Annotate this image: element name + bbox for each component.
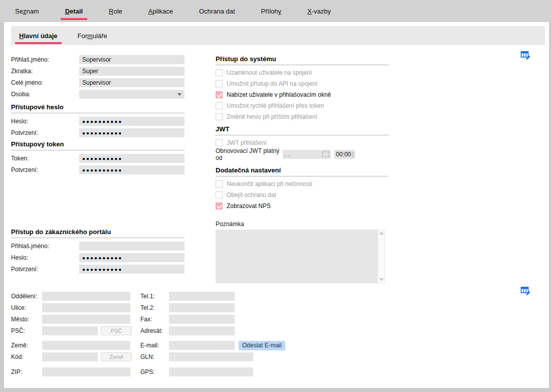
tab-x-vazby[interactable]: X-vazby <box>307 0 331 22</box>
portal-login-input[interactable] <box>79 242 185 251</box>
street-label: Ulice: <box>11 304 42 311</box>
spinner-up-icon[interactable] <box>351 151 355 154</box>
password-label: Heslo: <box>11 118 79 125</box>
portal-password-label: Heslo: <box>11 254 79 261</box>
portal-confirm-label: Potvrzení: <box>11 266 79 273</box>
system-access-section: Přístup do systému Uzamknout uživatele n… <box>216 55 389 124</box>
checkbox-zobrazovat-nps[interactable]: Zobrazovat NPS <box>216 202 389 210</box>
country-input[interactable] <box>42 341 130 350</box>
note-textarea[interactable] <box>216 230 385 283</box>
portal-login-label: Přihlaš.jméno: <box>11 243 79 250</box>
tel2-label: Tel.2: <box>140 304 169 311</box>
fullname-label: Celé jméno: <box>11 79 79 86</box>
tel2-input[interactable] <box>169 303 235 312</box>
tab-aplikace[interactable]: Aplikace <box>148 0 173 22</box>
subtab-formulare[interactable]: Formuláře <box>78 26 107 45</box>
checkbox-icon[interactable] <box>216 180 223 187</box>
note-label: Poznámka <box>216 221 389 228</box>
department-input[interactable] <box>42 292 130 301</box>
psc-button[interactable]: PSČ <box>101 326 132 335</box>
chevron-down-icon[interactable] <box>177 93 181 96</box>
checkbox-neukoncit-aplikaci[interactable]: Neukončit aplikaci při nečinnosti <box>216 180 389 187</box>
checkbox-jwt-prihlaseni[interactable]: JWT přihlášení <box>216 139 389 146</box>
password-confirm-input[interactable]: ●●●●●●●●●● <box>79 128 185 137</box>
extra-settings-section: Dodatečná nastavení Neukončit aplikaci p… <box>216 166 389 213</box>
section-title: Přístupové heslo <box>11 103 185 113</box>
section-title: JWT <box>216 125 389 135</box>
section-title: Přístup do systému <box>216 55 389 65</box>
checkbox-checked-icon[interactable] <box>216 203 223 210</box>
checkbox-zmenit-heslo[interactable]: Změnit heslo při příštím přihlášení <box>216 113 389 120</box>
calendar-icon[interactable] <box>322 151 329 158</box>
email-input[interactable] <box>169 341 235 350</box>
token-confirm-input[interactable]: ●●●●●●●●●● <box>79 165 185 174</box>
tab-detail[interactable]: Detail <box>65 0 83 22</box>
tab-ochrana-dat[interactable]: Ochrana dat <box>199 0 235 22</box>
code-input[interactable] <box>42 352 98 361</box>
email-label: E-mail: <box>140 342 169 349</box>
tab-seznam[interactable]: Seznam <box>15 0 39 22</box>
checkbox-icon[interactable] <box>216 113 223 120</box>
checkbox-icon[interactable] <box>216 139 223 146</box>
city-input[interactable] <box>42 315 130 324</box>
abbr-input[interactable]: Super <box>79 67 185 76</box>
jwt-date-input[interactable]: . . <box>283 150 331 159</box>
scroll-down-icon[interactable] <box>379 278 384 281</box>
portal-password-input[interactable]: ●●●●●●●●●● <box>79 253 185 262</box>
spinner-down-icon[interactable] <box>351 155 355 157</box>
zip-label: ZIP: <box>11 368 42 375</box>
street-input[interactable] <box>42 303 130 312</box>
scroll-up-icon[interactable] <box>379 232 384 235</box>
checkbox-rychle-prihlaseni[interactable]: Umožnit rychlé přihlášení přes token <box>216 102 389 109</box>
login-label: Přihlaš.jméno: <box>11 56 79 63</box>
city-label: Město: <box>11 316 42 323</box>
checkbox-icon[interactable] <box>216 80 223 87</box>
checkbox-obejit-ochranu[interactable]: Obejít ochranu dat <box>216 191 389 199</box>
checkbox-uzamknout-uzivatele[interactable]: Uzamknout uživatele na spojení <box>216 69 389 76</box>
psc-label: PSČ: <box>11 327 42 334</box>
checkbox-icon[interactable] <box>216 69 223 76</box>
edit-table-icon[interactable] <box>520 51 531 61</box>
person-dropdown[interactable] <box>79 90 185 99</box>
password-confirm-label: Potvrzení: <box>11 129 79 136</box>
gln-input[interactable] <box>169 352 253 361</box>
addressee-label: Adresát: <box>140 327 169 334</box>
tab-role[interactable]: Role <box>109 0 122 22</box>
country-label: Země: <box>11 342 42 349</box>
department-label: Oddělení: <box>11 293 42 300</box>
jwt-section: JWT JWT přihlášení Obnovovací JWT platný… <box>216 125 389 161</box>
addressee-input[interactable] <box>169 326 235 335</box>
token-section: Přístupový token Token:●●●●●●●●●● Potvrz… <box>11 140 185 177</box>
time-spinner[interactable] <box>351 151 356 157</box>
fax-label: Fax: <box>140 316 169 323</box>
jwt-time-input[interactable]: 00:00 <box>334 150 355 159</box>
section-title: Dodatečná nastavení <box>216 166 389 176</box>
token-input[interactable]: ●●●●●●●●●● <box>79 154 185 163</box>
tel1-label: Tel.1: <box>140 293 169 300</box>
gps-input[interactable] <box>169 367 253 376</box>
send-email-button[interactable]: Odeslat E-mail <box>239 341 285 350</box>
psc-input[interactable] <box>42 326 98 335</box>
portal-section: Přístup do zákaznického portálu Přihlaš.… <box>11 228 185 276</box>
password-input[interactable]: ●●●●●●●●●● <box>79 117 185 126</box>
checkbox-icon[interactable] <box>216 191 223 199</box>
country-button[interactable]: Země <box>101 352 132 361</box>
login-input[interactable]: Supervisor <box>79 55 185 64</box>
zip-input[interactable] <box>42 367 130 376</box>
portal-confirm-input[interactable]: ●●●●●●●●●● <box>79 265 185 274</box>
fullname-input[interactable]: Supervisor <box>79 78 185 87</box>
edit-table-icon[interactable] <box>520 286 531 296</box>
token-confirm-label: Potvrzení: <box>11 166 79 173</box>
checkbox-checked-icon[interactable] <box>216 91 223 98</box>
tab-prilohy[interactable]: Přílohy <box>261 0 281 22</box>
scrollbar[interactable] <box>378 230 385 283</box>
fax-input[interactable] <box>169 315 235 324</box>
checkbox-nabizet-uzivatele[interactable]: Nabízet uživatele v přihlašovacím okně <box>216 91 389 98</box>
sub-tab-bar: Hlavní údaje Formuláře <box>11 26 545 45</box>
tel1-input[interactable] <box>169 292 235 301</box>
checkbox-pristup-api[interactable]: Umožnit přístup do API na spojení <box>216 80 389 87</box>
password-section: Přístupové heslo Heslo:●●●●●●●●●● Potvrz… <box>11 103 185 140</box>
subtab-hlavni-udaje[interactable]: Hlavní údaje <box>19 26 58 45</box>
note-section: Poznámka <box>216 221 389 283</box>
checkbox-icon[interactable] <box>216 102 223 109</box>
